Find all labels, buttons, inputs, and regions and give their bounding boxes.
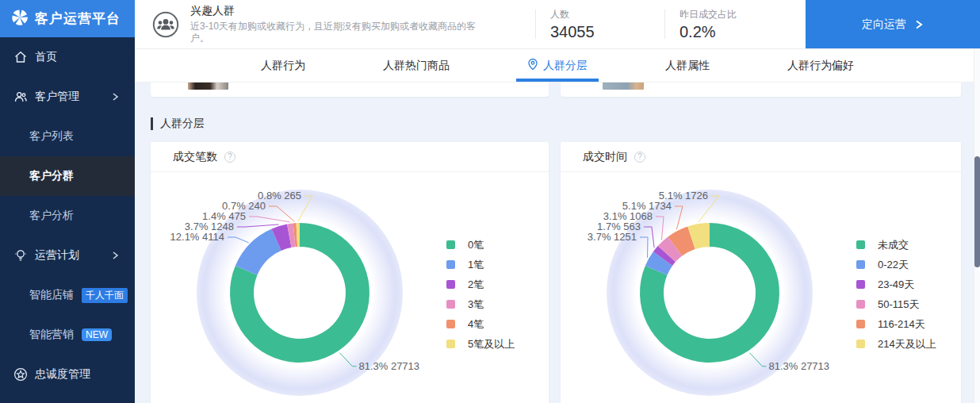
- slice-label: 1.7% 563: [597, 221, 641, 232]
- sidebar: 客户运营平台 首页 客户管理 客户列表 客户分群 客户分析: [0, 0, 135, 403]
- sidebar-item-customer-management[interactable]: 客户管理: [0, 77, 135, 117]
- chart-card-deal-time: 成交时间 ? 81.3% 277133.7% 12511.7% 5633.1% …: [561, 142, 961, 403]
- pinwheel-icon: [11, 9, 29, 29]
- slice-label: 81.3% 27713: [358, 360, 419, 372]
- legend-label: 116-214天: [878, 317, 925, 332]
- help-icon[interactable]: ?: [224, 152, 235, 163]
- legend-label: 5笔及以上: [468, 337, 515, 351]
- sidebar-item-customer-segment[interactable]: 客户分群: [0, 156, 135, 196]
- sidebar-item-smart-marketing[interactable]: 智能营销 NEW: [0, 315, 135, 355]
- label-leader-line: [237, 225, 279, 227]
- scrollbar-thumb[interactable]: [974, 156, 980, 267]
- scrollbar-track[interactable]: [974, 49, 980, 403]
- chart-card-deal-count: 成交笔数 ? 81.3% 2771312.1% 41143.7% 12481.4…: [151, 142, 549, 403]
- legend-item[interactable]: 5笔及以上: [446, 334, 515, 354]
- slice-label: 3.1% 1068: [603, 210, 653, 222]
- slice-label: 3.7% 1251: [588, 231, 637, 243]
- slice-label: 0.7% 240: [222, 200, 266, 212]
- legend-swatch: [446, 300, 455, 309]
- legend-item[interactable]: 50-115天: [856, 294, 936, 314]
- legend-item[interactable]: 116-214天: [856, 314, 936, 334]
- cropped-product-image: [603, 83, 644, 90]
- tab-label: 人群行为偏好: [787, 59, 854, 73]
- slice-label: 12.1% 4114: [170, 231, 224, 243]
- content-area: 人群分层 成交笔数 ? 81.3% 2771312.1% 41143.7% 12…: [135, 83, 980, 403]
- card-header: 成交时间 ?: [561, 142, 961, 172]
- sidebar-item-operation-plan[interactable]: 运营计划: [0, 236, 135, 275]
- cropped-product-image: [188, 83, 228, 90]
- targeted-operation-label: 定向运营: [862, 17, 906, 32]
- legend-swatch: [856, 260, 865, 269]
- sidebar-item-label: 客户管理: [35, 90, 79, 104]
- slice-label: 81.3% 27713: [768, 360, 829, 372]
- legend-item[interactable]: 2笔: [446, 274, 515, 294]
- sidebar-item-label: 忠诚度管理: [35, 367, 90, 382]
- legend-label: 4笔: [468, 317, 484, 332]
- legend-swatch: [446, 240, 455, 249]
- tab-label: 人群分层: [543, 59, 588, 73]
- sidebar-item-customer-list[interactable]: 客户列表: [0, 117, 135, 156]
- location-pin-icon: [527, 58, 538, 73]
- sidebar-item-loyalty[interactable]: 忠诚度管理: [0, 355, 135, 394]
- targeted-operation-button[interactable]: 定向运营: [806, 0, 980, 48]
- stat-label: 人数: [550, 8, 664, 21]
- legend-label: 0-22天: [878, 258, 909, 272]
- section-title: 人群分层: [160, 117, 205, 131]
- legend-item[interactable]: 0笔: [446, 235, 515, 255]
- legend-item[interactable]: 未成交: [856, 235, 936, 255]
- sidebar-item-label: 智能店铺: [29, 288, 74, 302]
- stat-people-count: 人数 34055: [535, 10, 664, 39]
- legend-item[interactable]: 0-22天: [856, 255, 936, 274]
- legend-label: 23-49天: [878, 278, 914, 292]
- sidebar-item-home[interactable]: 首页: [0, 37, 135, 77]
- slice-label: 3.7% 1248: [185, 221, 234, 232]
- help-icon[interactable]: ?: [634, 152, 645, 163]
- group-description: 近3-10天有加购或收藏行为，且近期没有购买加购或者收藏商品的客户。: [190, 21, 493, 44]
- legend-label: 2笔: [468, 278, 484, 292]
- tab-crowd-layering[interactable]: 人群分层: [516, 49, 599, 82]
- chart-title: 成交笔数: [173, 150, 217, 164]
- label-leader-line: [656, 217, 664, 240]
- chevron-right-icon: [109, 249, 121, 264]
- section-header: 人群分层: [151, 117, 980, 131]
- tab-crowd-attributes[interactable]: 人群属性: [654, 49, 721, 82]
- legend-item[interactable]: 3笔: [446, 294, 515, 314]
- label-leader-line: [640, 237, 648, 258]
- sidebar-item-smart-shop[interactable]: 智能店铺 千人千面: [0, 275, 135, 315]
- tab-hot-products[interactable]: 人群热门商品: [372, 49, 461, 82]
- tab-label: 人群行为: [261, 59, 305, 73]
- legend-item[interactable]: 1笔: [446, 255, 515, 274]
- card-header: 成交笔数 ?: [151, 142, 549, 172]
- cropped-card: [561, 83, 961, 97]
- tab-label: 人群属性: [665, 59, 710, 73]
- home-icon: [13, 49, 29, 65]
- label-leader-line: [749, 353, 766, 367]
- app-logo[interactable]: 客户运营平台: [0, 0, 135, 37]
- badge-new: NEW: [82, 328, 112, 341]
- legend-swatch: [446, 260, 455, 269]
- tab-crowd-behavior[interactable]: 人群行为: [250, 49, 316, 82]
- legend-item[interactable]: 4笔: [446, 314, 515, 334]
- bulb-icon: [13, 248, 29, 263]
- chart-title: 成交时间: [583, 150, 627, 164]
- legend-label: 214天及以上: [878, 337, 936, 351]
- legend-swatch: [856, 240, 865, 249]
- legend-swatch: [856, 280, 865, 289]
- slice-label: 5.1% 1726: [659, 190, 708, 202]
- sidebar-item-label: 运营计划: [35, 248, 79, 263]
- sidebar-item-label: 客户分析: [29, 209, 74, 223]
- legend-item[interactable]: 23-49天: [856, 274, 936, 294]
- chart-legend: 未成交0-22天23-49天50-115天116-214天214天及以上: [856, 235, 936, 354]
- legend-swatch: [446, 320, 455, 328]
- legend-label: 未成交: [878, 238, 909, 252]
- sidebar-item-label: 首页: [35, 50, 57, 64]
- legend-item[interactable]: 214天及以上: [856, 334, 936, 354]
- stat-value: 34055: [550, 23, 664, 41]
- stat-label: 昨日成交占比: [679, 8, 794, 21]
- donut-slice-1[interactable]: [235, 228, 281, 274]
- tab-behavior-preference[interactable]: 人群行为偏好: [776, 49, 865, 82]
- sidebar-item-customer-analysis[interactable]: 客户分析: [0, 196, 135, 236]
- badge-qianren: 千人千面: [82, 288, 128, 303]
- people-group-icon: [152, 11, 179, 38]
- legend-label: 0笔: [468, 238, 484, 252]
